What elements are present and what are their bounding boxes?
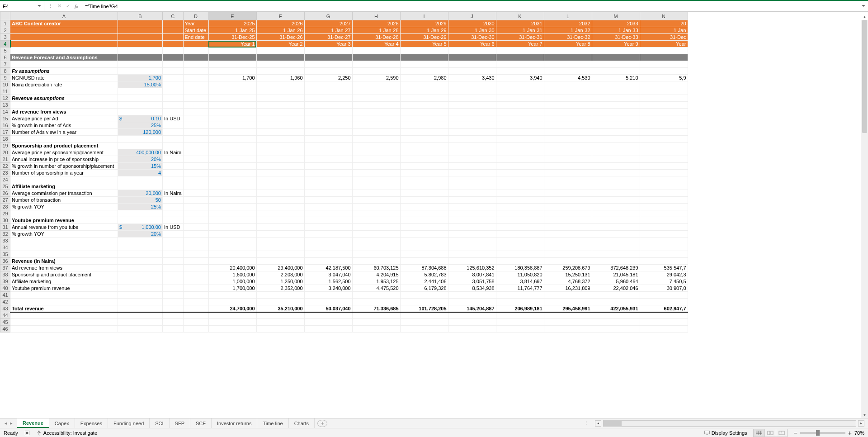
- cell-D13[interactable]: [183, 102, 208, 109]
- cell-I31[interactable]: [400, 224, 448, 231]
- cell-K7[interactable]: [496, 61, 544, 68]
- cell-I36[interactable]: [400, 258, 448, 265]
- cell-D15[interactable]: [183, 115, 208, 122]
- cell-E43[interactable]: 24,700,000: [208, 305, 256, 312]
- cell-M11[interactable]: [592, 88, 640, 95]
- cell-H23[interactable]: [352, 170, 400, 176]
- cell-E37[interactable]: 20,400,000: [208, 265, 256, 271]
- cell-A16[interactable]: % growth in number of Ads: [10, 122, 118, 129]
- cell-A6[interactable]: Revenue Forecast and Assumptions: [10, 54, 118, 61]
- cell-A19[interactable]: Sponsorship and product placement: [10, 142, 118, 149]
- cell-I6[interactable]: [400, 54, 448, 61]
- cell-G21[interactable]: [304, 156, 352, 163]
- cell-H21[interactable]: [352, 156, 400, 163]
- cell-G40[interactable]: 3,240,000: [304, 285, 352, 292]
- cell-J39[interactable]: 3,051,758: [448, 278, 496, 285]
- cell-N45[interactable]: [640, 319, 688, 326]
- cell-E34[interactable]: [208, 244, 256, 251]
- cell-F28[interactable]: [256, 204, 304, 210]
- cell-J32[interactable]: [448, 231, 496, 238]
- cell-N28[interactable]: [640, 204, 688, 210]
- cell-M3[interactable]: 31-Dec-33: [592, 34, 640, 41]
- view-page-layout-button[interactable]: [764, 429, 776, 437]
- cell-H39[interactable]: 1,953,125: [352, 278, 400, 285]
- cell-E33[interactable]: [208, 238, 256, 244]
- cell-H20[interactable]: [352, 149, 400, 156]
- row-header-45[interactable]: 45: [0, 319, 10, 326]
- name-box[interactable]: E4: [0, 1, 44, 11]
- cell-E8[interactable]: [208, 68, 256, 75]
- cell-N26[interactable]: [640, 190, 688, 197]
- cell-K16[interactable]: [496, 122, 544, 129]
- row-header-39[interactable]: 39: [0, 278, 10, 285]
- cell-M5[interactable]: [592, 48, 640, 54]
- cell-N7[interactable]: [640, 61, 688, 68]
- cell-L6[interactable]: [544, 54, 592, 61]
- cell-J31[interactable]: [448, 224, 496, 231]
- cell-D9[interactable]: [183, 75, 208, 81]
- cell-G33[interactable]: [304, 238, 352, 244]
- cell-D41[interactable]: [183, 292, 208, 299]
- fx-icon[interactable]: fx: [75, 4, 78, 9]
- cell-L43[interactable]: 295,458,991: [544, 305, 592, 312]
- cell-M16[interactable]: [592, 122, 640, 129]
- cell-D29[interactable]: [183, 210, 208, 217]
- cell-B6[interactable]: [118, 54, 163, 61]
- cell-G20[interactable]: [304, 149, 352, 156]
- hscroll-left-icon[interactable]: ◂: [595, 420, 601, 427]
- view-normal-button[interactable]: [753, 429, 765, 437]
- cell-M31[interactable]: [592, 224, 640, 231]
- cell-M28[interactable]: [592, 204, 640, 210]
- cell-L44[interactable]: [544, 312, 592, 319]
- cell-G14[interactable]: [304, 109, 352, 115]
- cell-E40[interactable]: 1,700,000: [208, 285, 256, 292]
- cell-N12[interactable]: [640, 95, 688, 102]
- cell-A22[interactable]: % growth in number of sponsorship/placem…: [10, 163, 118, 170]
- cell-K6[interactable]: [496, 54, 544, 61]
- cell-I29[interactable]: [400, 210, 448, 217]
- cell-C4[interactable]: [163, 41, 184, 48]
- cell-N25[interactable]: [640, 183, 688, 190]
- cell-C39[interactable]: [163, 278, 184, 285]
- cell-L23[interactable]: [544, 170, 592, 176]
- row-header-10[interactable]: 10: [0, 81, 10, 88]
- cell-A40[interactable]: Youtube premium revenue: [10, 285, 118, 292]
- cell-B2[interactable]: [118, 27, 163, 34]
- cell-M23[interactable]: [592, 170, 640, 176]
- cell-D27[interactable]: [183, 197, 208, 204]
- col-header-D[interactable]: D: [183, 12, 208, 20]
- cell-E31[interactable]: [208, 224, 256, 231]
- cell-M41[interactable]: [592, 292, 640, 299]
- cell-F40[interactable]: 2,352,000: [256, 285, 304, 292]
- cell-I34[interactable]: [400, 244, 448, 251]
- cell-F1[interactable]: 2026: [256, 20, 304, 27]
- cell-J12[interactable]: [448, 95, 496, 102]
- cell-B34[interactable]: [118, 244, 163, 251]
- horizontal-scrollbar[interactable]: ◂ ▸: [591, 420, 868, 427]
- cell-K26[interactable]: [496, 190, 544, 197]
- cell-C37[interactable]: [163, 265, 184, 271]
- cell-K18[interactable]: [496, 136, 544, 142]
- row-header-44[interactable]: 44: [0, 312, 10, 319]
- cell-C41[interactable]: [163, 292, 184, 299]
- row-header-41[interactable]: 41: [0, 292, 10, 299]
- cell-C38[interactable]: [163, 271, 184, 278]
- cell-L17[interactable]: [544, 129, 592, 136]
- row-header-19[interactable]: 19: [0, 142, 10, 149]
- col-header-L[interactable]: L: [544, 12, 592, 20]
- cell-B25[interactable]: [118, 183, 163, 190]
- cell-A37[interactable]: Ad revenue from views: [10, 265, 118, 271]
- cell-N31[interactable]: [640, 224, 688, 231]
- cell-M34[interactable]: [592, 244, 640, 251]
- cell-E13[interactable]: [208, 102, 256, 109]
- cell-E4[interactable]: Year 1: [208, 41, 256, 48]
- cell-E5[interactable]: [208, 48, 256, 54]
- cell-D10[interactable]: [183, 81, 208, 88]
- cell-N4[interactable]: Year: [640, 41, 688, 48]
- cell-J15[interactable]: [448, 115, 496, 122]
- tab-funding-need[interactable]: Funding need: [108, 418, 150, 428]
- cell-C17[interactable]: [163, 129, 184, 136]
- row-header-35[interactable]: 35: [0, 251, 10, 258]
- cell-H26[interactable]: [352, 190, 400, 197]
- cell-D11[interactable]: [183, 88, 208, 95]
